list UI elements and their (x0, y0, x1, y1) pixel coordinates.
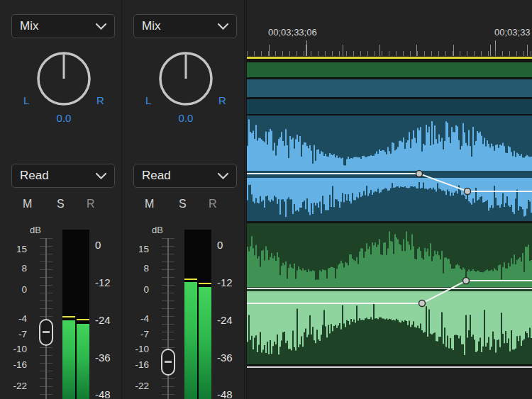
timecode-label: 00;03;33;06 (268, 27, 317, 38)
pan-right-label: R (96, 94, 104, 106)
volume-fader-handle[interactable] (39, 319, 53, 346)
timecode-label: 00;03;33 (494, 27, 531, 38)
input-assignment-label: Mix (20, 19, 38, 33)
fader-scale-label: 15 (3, 244, 27, 254)
meter-scale-label: -24 (217, 314, 233, 326)
pan-left-label: L (145, 94, 151, 106)
fader-scale-label: 8 (3, 263, 27, 274)
level-meter-left (62, 320, 75, 399)
automation-mode-label: Read (20, 169, 49, 183)
automation-keyframe[interactable] (465, 189, 471, 195)
meter-scale-label: 0 (95, 239, 101, 251)
automation-keyframe[interactable] (463, 278, 470, 284)
video-clip-bar[interactable] (247, 62, 532, 77)
automation-keyframe[interactable] (419, 300, 426, 307)
clip-bar[interactable] (247, 99, 532, 114)
fader-scale-label: -16 (125, 359, 149, 370)
audio-track-mixer: Mix L R 0.0 Read M S R dB 15 8 0 (0, 0, 532, 399)
fader-scale-label: -10 (3, 344, 27, 354)
fader-scale-label: 8 (125, 263, 149, 274)
chevron-down-icon (218, 173, 228, 179)
meter-scale-label: 0 (217, 239, 223, 251)
volume-fader-handle[interactable] (161, 349, 175, 376)
level-meter (184, 230, 211, 399)
timeline-panel: 00;03;33;06 00;03;33 (246, 0, 532, 399)
fader-scale-label: 15 (125, 244, 149, 254)
zero-crossing-line (247, 288, 532, 289)
pan-left-label: L (23, 94, 29, 106)
channel-strip-2: Mix L R 0.0 Read M S R dB 15 8 0 (122, 0, 245, 399)
panel-divider (121, 0, 122, 399)
peak-indicator (77, 319, 89, 320)
peak-indicator (184, 279, 197, 280)
meter-scale-label: -12 (217, 276, 233, 288)
meter-scale-label: -36 (217, 352, 233, 364)
automation-mode-select[interactable]: Read (133, 164, 237, 188)
meter-scale-label: -12 (95, 276, 111, 288)
solo-button[interactable]: S (179, 198, 187, 210)
channel-strip-1: Mix L R 0.0 Read M S R dB 15 8 0 (0, 0, 123, 399)
level-meter-left (184, 282, 197, 399)
fader-scale-label: -16 (3, 359, 27, 370)
meter-scale-label: -36 (95, 352, 111, 364)
fader-scale-label: -4 (3, 313, 27, 324)
time-ruler-minor-ticks (247, 51, 532, 56)
record-arm-button[interactable]: R (87, 198, 95, 210)
level-meter-right (199, 287, 211, 399)
pan-right-label: R (218, 94, 226, 106)
audio-track-2-waveform[interactable] (247, 223, 532, 364)
mute-button[interactable]: M (145, 198, 154, 210)
fader-scale-label: 0 (125, 284, 149, 295)
level-meter (62, 230, 89, 399)
automation-mode-select[interactable]: Read (11, 164, 115, 188)
audio-track-1-waveform[interactable] (247, 116, 532, 221)
mute-button[interactable]: M (23, 198, 32, 210)
meter-scale-label: -24 (95, 314, 111, 326)
pan-value[interactable]: 0.0 (154, 112, 218, 124)
panel-divider (244, 0, 245, 399)
chevron-down-icon (96, 23, 106, 30)
automation-keyframe[interactable] (416, 171, 423, 177)
fader-scale-label: -4 (125, 313, 149, 324)
input-assignment-label: Mix (142, 19, 160, 33)
db-unit-label: dB (30, 225, 41, 235)
level-meter-right (77, 324, 89, 399)
fader-scale-label: -22 (125, 381, 149, 391)
pan-knob[interactable] (154, 47, 218, 111)
clip-bar[interactable] (247, 79, 532, 97)
automation-mode-label: Read (142, 169, 171, 183)
peak-indicator (62, 316, 75, 317)
fader-scale-label: -22 (3, 381, 27, 391)
peak-indicator (199, 283, 211, 284)
fader-scale-label: 0 (3, 284, 27, 295)
record-arm-button[interactable]: R (209, 198, 217, 210)
input-assignment-select[interactable]: Mix (11, 14, 115, 38)
pan-knob[interactable] (32, 47, 96, 111)
meter-scale-label: -48 (217, 388, 233, 399)
db-unit-label: dB (152, 225, 163, 235)
next-track-area (247, 368, 532, 399)
fader-scale-label: -10 (125, 344, 149, 354)
meter-scale-label: -48 (95, 388, 111, 399)
solo-button[interactable]: S (57, 198, 65, 210)
pan-value[interactable]: 0.0 (32, 112, 96, 124)
input-assignment-select[interactable]: Mix (133, 14, 237, 38)
chevron-down-icon (96, 173, 106, 179)
chevron-down-icon (218, 23, 228, 30)
fader-scale-label: -7 (3, 329, 27, 339)
fader-scale-label: -7 (125, 329, 149, 339)
